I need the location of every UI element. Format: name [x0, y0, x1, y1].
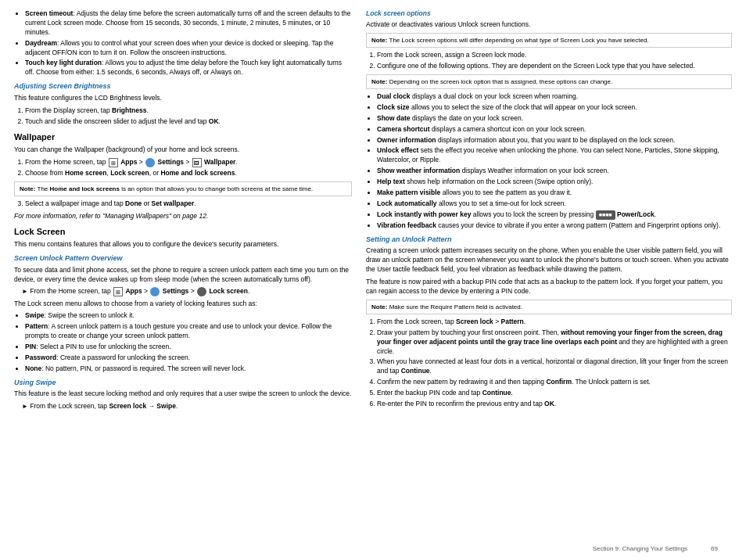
- two-column-layout: Screen timeout: Adjusts the delay time b…: [14, 9, 732, 414]
- setting-unlock-step-1: From the Lock screen, tap Screen lock > …: [377, 318, 732, 327]
- setting-unlock-step-2: Draw your pattern by touching your first…: [377, 328, 732, 357]
- bullet-password: Password: Create a password for unlockin…: [25, 354, 352, 363]
- adjusting-brightness-steps: From the Display screen, tap Brightness.…: [25, 106, 352, 127]
- bullet-owner-info: Owner information displays information a…: [377, 136, 732, 145]
- wallpaper-heading: Wallpaper: [14, 131, 352, 143]
- bullet-lock-instantly: Lock instantly with power key allows you…: [377, 210, 732, 220]
- screen-unlock-heading: Screen Unlock Pattern Overview: [14, 253, 352, 264]
- wallpaper-desc: You can change the Wallpaper (background…: [14, 145, 352, 155]
- bullet-daydream: Daydream: Allows you to control what you…: [25, 39, 352, 58]
- setting-unlock-desc2: The feature is now paired with a backup …: [366, 278, 732, 296]
- setting-unlock-step-3: When you have connected at least four do…: [377, 357, 732, 376]
- wallpaper-step3-list: Select a wallpaper image and tap Done or…: [25, 199, 352, 209]
- setting-unlock-step-5: Enter the backup PIN code and tap Contin…: [377, 389, 732, 398]
- lock-options-note2: Note: Depending on the screen lock optio…: [366, 74, 732, 89]
- bullet-pattern: Pattern: A screen unlock pattern is a to…: [25, 322, 352, 341]
- using-swipe-heading: Using Swipe: [14, 378, 352, 388]
- lock-screen-desc: This menu contains features that allows …: [14, 240, 352, 249]
- lock-screen-options-heading: Lock screen options: [366, 9, 732, 19]
- step-brightness-1: From the Display screen, tap Brightness.: [25, 106, 352, 116]
- nav-triangle-icon: ►: [22, 289, 28, 296]
- lock-options-note1: Note: The Lock screen options will diffe…: [366, 33, 732, 48]
- bullet-vibration: Vibration feedback causes your device to…: [377, 221, 732, 231]
- screen-unlock-features: The Lock screen menu allows to choose fr…: [14, 300, 352, 309]
- power-btn-icon: ■■■■: [596, 210, 615, 220]
- setting-unlock-note: Note: Make sure the Require Pattern fiel…: [366, 300, 732, 314]
- wallpaper-ref: For more information, refer to "Managing…: [14, 212, 352, 221]
- adjusting-brightness-heading: Adjusting Screen Brightness: [14, 81, 352, 92]
- left-column: Screen timeout: Adjusts the delay time b…: [14, 9, 352, 414]
- screen-unlock-nav: ► From the Home screen, tap ⊞ Apps > Set…: [22, 287, 352, 296]
- wallpaper-step-2: Choose from Home screen, Lock screen, or…: [25, 169, 352, 178]
- wallpaper-step-3: Select a wallpaper image and tap Done or…: [25, 199, 352, 209]
- footer-page: 69: [711, 545, 718, 552]
- bullet-camera-shortcut: Camera shortcut displays a camera shortc…: [377, 125, 732, 135]
- bullet-show-weather: Show weather information displays Weathe…: [377, 167, 732, 176]
- apps-icon2: ⊞: [113, 287, 123, 296]
- wallpaper-icon: 🖼: [192, 158, 202, 167]
- lock-options-step-2: Configure one of the following options. …: [377, 62, 732, 71]
- bullet-pin: PIN: Select a PIN to use for unlocking t…: [25, 343, 352, 352]
- lock-icon: [197, 287, 206, 296]
- screen-unlock-bullets: Swipe: Swipe the screen to unlock it. Pa…: [25, 311, 352, 373]
- bullet-clock-size: Clock size allows you to select the size…: [377, 103, 732, 113]
- settings-icon: [145, 158, 155, 167]
- bullet-show-date: Show date displays the date on your lock…: [377, 114, 732, 124]
- setting-unlock-heading: Setting an Unlock Pattern: [366, 235, 732, 245]
- apps-icon: ⊞: [109, 158, 118, 167]
- setting-unlock-desc1: Creating a screen unlock pattern increas…: [366, 246, 732, 275]
- bullet-none: None: No pattern, PIN, or password is re…: [25, 364, 352, 374]
- page-container: Screen timeout: Adjusts the delay time b…: [14, 9, 732, 557]
- bullet-touch-key: Touch key light duration: Allows you to …: [25, 59, 352, 77]
- settings-icon2: [150, 287, 160, 296]
- top-bullets: Screen timeout: Adjusts the delay time b…: [25, 9, 352, 77]
- screen-unlock-desc: To secure data and limit phone access, s…: [14, 266, 352, 285]
- lock-options-bullets: Dual clock displays a dual clock on your…: [377, 92, 732, 231]
- bullet-make-pattern: Make pattern visible allows you to see t…: [377, 188, 732, 198]
- wallpaper-steps: From the Home screen, tap ⊞ Apps > Setti…: [25, 158, 352, 178]
- wallpaper-note-box: Note: The Home and lock screens is an op…: [14, 181, 352, 196]
- bullet-help-text: Help text shows help information on the …: [377, 178, 732, 187]
- setting-unlock-steps: From the Lock screen, tap Screen lock > …: [377, 318, 732, 409]
- bullet-screen-timeout: Screen timeout: Adjusts the delay time b…: [25, 9, 352, 38]
- lock-options-steps: From the Lock screen, assign a Screen lo…: [377, 51, 732, 71]
- lock-screen-options-desc: Activate or deactivates various Unlock s…: [366, 20, 732, 30]
- setting-unlock-step-6: Re-enter the PIN to reconfirm the previo…: [377, 400, 732, 409]
- bullet-unlock-effect: Unlock effect sets the effect you receiv…: [377, 146, 732, 165]
- lock-options-step-1: From the Lock screen, assign a Screen lo…: [377, 51, 732, 60]
- step-brightness-2: Touch and slide the onscreen slider to a…: [25, 117, 352, 127]
- adjusting-brightness-desc: This feature configures the LCD Brightne…: [14, 94, 352, 103]
- setting-unlock-step-4: Confirm the new pattern by redrawing it …: [377, 378, 732, 387]
- footer-section: Section 9: Changing Your Settings: [593, 545, 687, 552]
- footer: Section 9: Changing Your Settings 69: [593, 545, 718, 552]
- using-swipe-nav: ► From the Lock screen, tap Screen lock …: [22, 402, 352, 411]
- right-column: Lock screen options Activate or deactiva…: [366, 9, 732, 414]
- lock-screen-heading: Lock Screen: [14, 226, 352, 238]
- wallpaper-step-1: From the Home screen, tap ⊞ Apps > Setti…: [25, 158, 352, 167]
- nav-triangle-icon2: ►: [22, 403, 28, 410]
- using-swipe-desc: This feature is the least secure locking…: [14, 389, 352, 399]
- bullet-lock-auto: Lock automatically allows you to set a t…: [377, 199, 732, 209]
- bullet-dual-clock: Dual clock displays a dual clock on your…: [377, 92, 732, 102]
- bullet-swipe: Swipe: Swipe the screen to unlock it.: [25, 311, 352, 321]
